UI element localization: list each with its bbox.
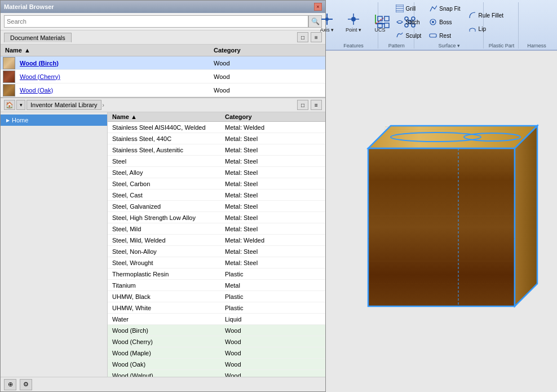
svg-marker-31 (515, 126, 537, 306)
settings-button[interactable]: ⚙ (20, 379, 32, 390)
lib-material-category: Wood (220, 350, 325, 356)
lib-material-category: Metal: Steel (220, 147, 325, 153)
library-row[interactable]: TitaniumMetal (108, 280, 325, 291)
library-rows: Stainless Steel AISI440C, WeldedMetal: W… (108, 122, 325, 377)
library-row[interactable]: Steel, WroughtMetal: Steel (108, 257, 325, 268)
library-row[interactable]: Thermoplastic ResinPlastic (108, 268, 325, 280)
doc-materials-header: Document Materials □ ≡ (1, 30, 325, 45)
pattern-1-icon (375, 14, 391, 30)
search-input[interactable] (4, 15, 308, 28)
lib-material-name: Steel, Carbon (108, 180, 220, 187)
lib-material-category: Liquid (220, 316, 325, 323)
doc-material-name-oak[interactable]: Wood (Oak) (17, 87, 209, 94)
wood-plank-model (334, 81, 549, 363)
svg-rect-13 (378, 23, 382, 28)
library-row[interactable]: Steel, CarbonMetal: Steel (108, 178, 325, 190)
library-home-button[interactable]: 🏠 (4, 100, 15, 110)
library-row[interactable]: UHMW, WhitePlastic (108, 302, 325, 314)
library-row[interactable]: Steel, MildMetal: Steel (108, 223, 325, 235)
library-row[interactable]: UHMW, BlackPlastic (108, 291, 325, 302)
stitch-button[interactable]: Stitch (392, 16, 425, 28)
doc-material-row-oak[interactable]: Wood (Oak) Wood (1, 83, 325, 97)
library-row[interactable]: WaterLiquid (108, 314, 325, 325)
stitch-icon (395, 17, 404, 27)
lib-material-name: Stainless Steel, 440C (108, 135, 220, 142)
lib-material-name: Wood (Oak) (108, 361, 220, 368)
svg-marker-30 (368, 148, 515, 306)
library-row[interactable]: Steel, AlloyMetal: Steel (108, 167, 325, 178)
snap-fit-label: Snap Fit (439, 6, 460, 12)
lib-material-category: Plastic (220, 305, 325, 311)
rest-label: Rest (439, 33, 451, 39)
svg-rect-26 (430, 34, 436, 37)
ribbon-group-surface: Grill Stitch Sculpt (415, 2, 484, 49)
bottom-bar: ⊕ ⚙ (1, 377, 325, 391)
plastic-part-group-label: Plastic Part (489, 43, 515, 49)
lib-material-category: Plastic (220, 271, 325, 278)
grill-button[interactable]: Grill (392, 2, 425, 15)
sidebar-item-home[interactable]: ▶ Home (1, 114, 107, 126)
library-row[interactable]: Stainless Steel, 440CMetal: Steel (108, 133, 325, 144)
lib-material-name: UHMW, Black (108, 293, 220, 300)
library-row[interactable]: Stainless Steel AISI440C, WeldedMetal: W… (108, 122, 325, 133)
rule-fillet-icon (468, 11, 477, 20)
library-row[interactable]: Steel, CastMetal: Steel (108, 190, 325, 201)
library-row[interactable]: Wood (Maple)Wood (108, 347, 325, 359)
point-button[interactable]: Point ▾ (341, 9, 366, 35)
grill-label: Grill (406, 6, 416, 12)
pattern-group-label: Pattern (388, 43, 405, 49)
library-row[interactable]: Steel, GalvanizedMetal: Steel (108, 201, 325, 212)
window-titlebar: Material Browser × (1, 1, 325, 13)
lib-material-name: Stainless Steel AISI440C, Welded (108, 124, 220, 131)
sculpt-button[interactable]: Sculpt (392, 29, 425, 42)
point-icon (346, 11, 361, 27)
boss-button[interactable]: Boss (426, 16, 463, 28)
ribbon-toolbar: Axis ▾ Point ▾ UCS Fea (326, 0, 557, 50)
doc-view-toggle-button[interactable]: □ (297, 32, 308, 42)
viewport[interactable] (326, 51, 557, 392)
library-row[interactable]: Steel, High Strength Low AlloyMetal: Ste… (108, 212, 325, 223)
lib-menu-button[interactable]: ≡ (311, 100, 322, 110)
library-row[interactable]: Steel, Mild, WeldedMetal: Welded (108, 235, 325, 246)
lib-material-category: Metal: Steel (220, 192, 325, 199)
library-name-label[interactable]: Inventor Material Library (26, 100, 101, 110)
doc-material-row-cherry[interactable]: Wood (Cherry) Wood (1, 70, 325, 83)
library-content: ▶ Home Name ▲ Category Stainless Steel A… (1, 112, 325, 377)
library-nav-arrow[interactable]: ▾ (16, 100, 25, 110)
svg-point-2 (325, 17, 329, 21)
axis-button[interactable]: Axis ▾ (315, 9, 339, 35)
doc-materials-tab[interactable]: Document Materials (4, 33, 72, 42)
lib-material-name: Wood (Birch) (108, 327, 220, 334)
library-row[interactable]: Wood (Cherry)Wood (108, 336, 325, 347)
doc-material-name-birch[interactable]: Wood (Birch) (17, 60, 209, 67)
doc-material-cat-birch: Wood (209, 60, 325, 67)
surface-group-label: Surface ▾ (439, 43, 461, 49)
library-row[interactable]: Stainless Steel, AusteniticMetal: Steel (108, 144, 325, 156)
window-title: Material Browser (4, 3, 54, 10)
lib-material-name: Wood (Cherry) (108, 338, 220, 345)
svg-rect-11 (378, 16, 382, 21)
library-row[interactable]: Wood (Birch)Wood (108, 325, 325, 336)
library-row[interactable]: Wood (Oak)Wood (108, 359, 325, 370)
doc-material-name-cherry[interactable]: Wood (Cherry) (17, 73, 209, 80)
rest-button[interactable]: Rest (426, 29, 463, 42)
lib-material-category: Metal: Steel (220, 169, 325, 176)
library-sidebar: ▶ Home (1, 112, 108, 377)
add-material-button[interactable]: ⊕ (4, 379, 16, 390)
lib-material-category: Metal: Steel (220, 203, 325, 210)
lib-material-category: Wood (220, 361, 325, 368)
library-row[interactable]: Steel, Non-AlloyMetal: Steel (108, 246, 325, 257)
lib-material-category: Metal: Steel (220, 226, 325, 232)
library-row[interactable]: Wood (Walnut)Wood (108, 370, 325, 377)
svg-point-25 (432, 21, 434, 23)
snap-fit-button[interactable]: Snap Fit (426, 2, 463, 15)
doc-material-cat-oak: Wood (209, 87, 325, 94)
wood-birch-icon (3, 57, 15, 69)
lib-material-category: Metal: Steel (220, 248, 325, 255)
doc-material-row-birch[interactable]: Wood (Birch) Wood (1, 56, 325, 70)
lib-view-toggle-button[interactable]: □ (297, 100, 308, 110)
boss-label: Boss (439, 19, 452, 25)
library-section: 🏠 ▾ Inventor Material Library › □ ≡ ▶ Ho… (1, 97, 325, 377)
library-row[interactable]: SteelMetal: Steel (108, 156, 325, 167)
sculpt-icon (395, 31, 404, 40)
